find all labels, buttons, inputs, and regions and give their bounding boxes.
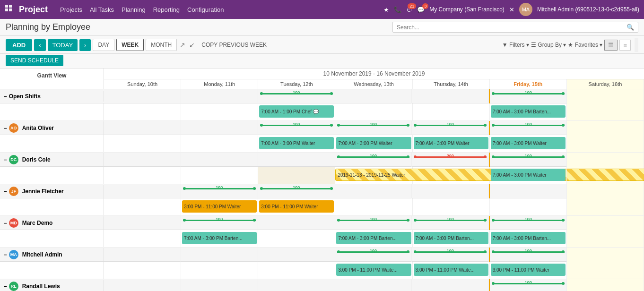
task-mitchell-wed[interactable]: 3:00 PM - 11:00 PM Waite...	[336, 264, 411, 276]
collapse-doris[interactable]: –	[4, 156, 7, 163]
group-mitchell-admin[interactable]: – MA Mitchell Admin 100	[0, 248, 644, 262]
nav-reporting[interactable]: Reporting	[153, 6, 180, 13]
day-button[interactable]: DAY	[93, 39, 114, 51]
randall-bars: 100	[104, 279, 644, 291]
day-sat: Saturday, 16th	[567, 79, 644, 89]
week-range: 10 November 2019 - 16 November 2019	[104, 68, 644, 79]
os-data-label	[0, 103, 104, 120]
task-anita-thu[interactable]: 7:00 AM - 3:00 PM Waiter	[414, 137, 488, 149]
prev-button[interactable]: ‹	[34, 39, 45, 51]
doris-cole-label: – DC Doris Cole	[0, 153, 104, 166]
gantt-container: Gantt View 10 November 2019 - 16 Novembe…	[0, 68, 644, 291]
search-input[interactable]	[397, 24, 627, 31]
collapse-randall[interactable]: –	[4, 283, 7, 290]
task-open-shifts-tue[interactable]: 7:00 AM - 1:00 PM Chef 💬	[259, 105, 334, 118]
month-button[interactable]: MONTH	[146, 39, 177, 51]
nav-links: Projects All Tasks Planning Reporting Co…	[60, 6, 381, 13]
collapse-jennie[interactable]: –	[4, 188, 7, 195]
day-thu: Thursday, 14th	[413, 79, 490, 89]
group-marc-demo[interactable]: – MD Marc Demo 100	[0, 216, 644, 230]
gantt-view-label: Gantt View	[0, 68, 104, 89]
send-schedule-button[interactable]: SEND SCHEDULE	[6, 55, 63, 66]
next-button[interactable]: ›	[79, 39, 91, 51]
doris-bars: 100 200	[104, 153, 644, 167]
jennie-avatar: JF	[9, 187, 18, 196]
task-marc-wed[interactable]: 7:00 AM - 3:00 PM Barten...	[336, 232, 411, 244]
app-brand: Project	[19, 5, 48, 15]
os-fri: 100	[489, 89, 567, 103]
expand-icon[interactable]: ↗	[179, 40, 186, 50]
task-mitchell-thu[interactable]: 3:00 PM - 11:00 PM Waite...	[414, 264, 488, 276]
task-mitchell-fri[interactable]: 3:00 PM - 11:00 PM Waiter	[491, 264, 566, 276]
os-d0	[104, 103, 181, 120]
group-by-button[interactable]: ☰ Group By ▾	[531, 42, 566, 48]
collapse-anita[interactable]: –	[4, 125, 7, 131]
randall-lewis-label: – RL Randall Lewis	[0, 280, 104, 291]
os-d5[interactable]: 7:00 AM - 3:00 PM Barten...	[490, 103, 567, 120]
star-icon[interactable]: ★	[383, 6, 389, 13]
anita-bars: 100 100	[104, 121, 644, 135]
grid-view-button[interactable]: ☰	[604, 40, 618, 51]
group-randall-lewis[interactable]: – RL Randall Lewis 100	[0, 279, 644, 291]
task-anita-fri[interactable]: 7:00 AM - 3:00 PM Waiter	[491, 137, 566, 149]
os-data-cells: 7:00 AM - 1:00 PM Chef 💬 7:00 AM - 3:00 …	[104, 103, 644, 120]
week-button[interactable]: WEEK	[116, 39, 144, 51]
filters-button[interactable]: ▼ Filters ▾	[502, 42, 529, 48]
user-name[interactable]: Mitchell Admin (690512-13-0-c2d955-all)	[537, 6, 639, 13]
collapse-open-shifts[interactable]: –	[4, 93, 7, 100]
collapse-mitchell[interactable]: –	[4, 251, 7, 258]
nav-configuration[interactable]: Configuration	[187, 6, 224, 13]
day-sun: Sunday, 10th	[104, 79, 181, 89]
open-shifts-bars: 100 100	[104, 89, 644, 103]
nav-all-tasks[interactable]: All Tasks	[90, 6, 114, 13]
task-anita-wed[interactable]: 7:00 AM - 3:00 PM Waiter	[336, 137, 411, 149]
gantt-date-header: 10 November 2019 - 16 November 2019 Sund…	[104, 68, 644, 89]
gantt-body[interactable]: – Open Shifts 100	[0, 89, 644, 291]
group-anita-oliver[interactable]: – AO Anita Oliver 100	[0, 121, 644, 135]
doris-data: 2019-11-13 - 2019-11-25 Waiter 7:00 AM -…	[0, 167, 644, 184]
list-view-button[interactable]: ≡	[619, 40, 631, 51]
randall-avatar: RL	[9, 282, 18, 291]
avatar[interactable]: MA	[519, 3, 532, 16]
svg-rect-3	[9, 9, 12, 11]
task-marc-thu[interactable]: 7:00 AM - 3:00 PM Barten...	[414, 232, 488, 244]
task-anita-tue[interactable]: 7:00 AM - 3:00 PM Waiter	[259, 137, 334, 149]
task-jennie-mon[interactable]: 3:00 PM - 11:00 PM Waiter	[182, 200, 257, 213]
group-jennie-fletcher[interactable]: – JF Jennie Fletcher 100	[0, 184, 644, 198]
timer-badge[interactable]: ⏱ 21	[406, 6, 412, 13]
timer-count: 21	[408, 3, 416, 9]
task-doris-fri[interactable]: 7:00 AM - 3:00 PM Waiter	[491, 169, 566, 181]
jennie-data: 3:00 PM - 11:00 PM Waiter 3:00 PM - 11:0…	[0, 198, 644, 216]
marc-demo-label: – MD Marc Demo	[0, 216, 104, 230]
app-grid-icon[interactable]: ​	[5, 4, 13, 15]
marc-avatar: MD	[9, 218, 18, 228]
task-marc-fri[interactable]: 7:00 AM - 3:00 PM Barten...	[491, 232, 566, 244]
group-doris-cole[interactable]: – DC Doris Cole 100	[0, 153, 644, 167]
view-icons: ☰ ≡	[604, 40, 631, 51]
marc-bars: 100 100	[104, 216, 644, 230]
favorites-button[interactable]: ★ Favorites ▾	[568, 42, 602, 48]
company-selector[interactable]: My Company (San Francisco)	[429, 6, 505, 13]
marc-data: 7:00 AM - 3:00 PM Barten... 7:00 AM - 3:…	[0, 230, 644, 248]
svg-rect-0	[5, 5, 8, 8]
collapse-marc[interactable]: –	[4, 220, 7, 226]
phone-icon[interactable]: 📞	[394, 6, 401, 13]
chat-badge[interactable]: 💬 3	[417, 6, 425, 13]
copy-previous-week-button[interactable]: COPY PREVIOUS WEEK	[198, 39, 270, 51]
search-icon: 🔍	[627, 24, 634, 31]
group-open-shifts[interactable]: – Open Shifts 100	[0, 89, 644, 103]
os-sat	[567, 89, 644, 103]
os-d2[interactable]: 7:00 AM - 1:00 PM Chef 💬	[258, 103, 335, 120]
add-button[interactable]: ADD	[6, 39, 32, 51]
task-marc-mon[interactable]: 7:00 AM - 3:00 PM Barten...	[182, 232, 257, 244]
collapse-icon[interactable]: ↙	[188, 40, 196, 50]
scrollbar[interactable]	[635, 38, 638, 52]
nav-planning[interactable]: Planning	[122, 6, 146, 13]
nav-projects[interactable]: Projects	[60, 6, 82, 13]
anita-avatar: AO	[9, 123, 18, 133]
today-button[interactable]: TODAY	[48, 39, 78, 51]
task-jennie-tue[interactable]: 3:00 PM - 11:00 PM Waiter	[259, 200, 334, 213]
close-icon[interactable]: ✕	[509, 6, 514, 13]
task-open-shifts-fri[interactable]: 7:00 AM - 3:00 PM Barten...	[491, 105, 566, 118]
anita-data: 7:00 AM - 3:00 PM Waiter 7:00 AM - 3:00 …	[0, 135, 644, 153]
